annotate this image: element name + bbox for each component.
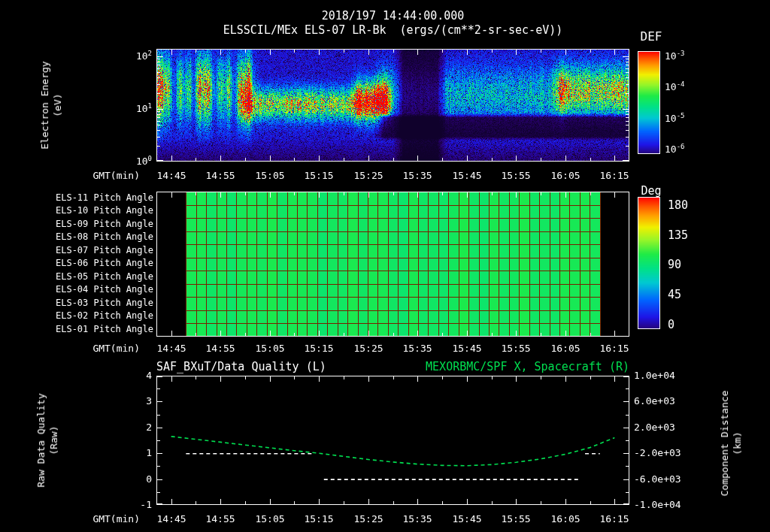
distance-axis-label: Component Distance (km) bbox=[718, 391, 744, 497]
quality-axis-label-line2: (Raw) bbox=[47, 393, 60, 487]
pitch-row-label: ELS-08 Pitch Angle bbox=[42, 231, 153, 242]
pitch-row-label: ELS-03 Pitch Angle bbox=[42, 298, 153, 308]
energy-axis-tick: 100 bbox=[117, 155, 152, 167]
distance-axis-label-line2: (km) bbox=[731, 391, 744, 497]
energy-axis-tick: 101 bbox=[117, 102, 152, 114]
def-colorbar-tick: 10-5 bbox=[665, 112, 685, 124]
time-tick: 16:05 bbox=[550, 343, 580, 354]
time-tick: 14:45 bbox=[156, 170, 186, 181]
deg-colorbar-tick: 0 bbox=[668, 318, 675, 331]
tick-base: 10 bbox=[665, 113, 677, 124]
deg-colorbar-tick: 135 bbox=[668, 228, 688, 242]
time-tick: 15:05 bbox=[255, 343, 284, 354]
spectrogram-canvas bbox=[156, 49, 629, 162]
quality-axis-tick: 3 bbox=[125, 395, 152, 407]
distance-axis-tick: -6.0e+03 bbox=[634, 473, 681, 485]
time-tick: 15:15 bbox=[304, 343, 333, 354]
distance-axis-tick: -1.0e+04 bbox=[634, 499, 681, 510]
pitch-row-label: ELS-10 Pitch Angle bbox=[42, 205, 153, 216]
pitch-row-label: ELS-09 Pitch Angle bbox=[42, 219, 153, 229]
tick-exp: 1 bbox=[148, 102, 152, 110]
energy-axis-tick: 102 bbox=[117, 50, 152, 62]
time-tick: 14:55 bbox=[205, 343, 235, 354]
quality-axis-tick: 4 bbox=[125, 370, 152, 381]
time-tick: 15:15 bbox=[304, 513, 333, 524]
plot-title: ELSSCIL/MEx ELS-07 LR-Bk (ergs/(cm**2-sr… bbox=[156, 23, 629, 37]
time-tick: 15:45 bbox=[452, 170, 481, 181]
tick-exp: -6 bbox=[677, 143, 685, 150]
def-colorbar-tick: 10-3 bbox=[665, 50, 685, 62]
time-tick: 14:55 bbox=[205, 513, 235, 524]
tick-base: 10 bbox=[136, 103, 148, 114]
distance-axis-tick: 2.0e+03 bbox=[634, 422, 675, 433]
gmt-axis-label-bottom: GMT(min) bbox=[74, 513, 140, 524]
time-tick: 15:25 bbox=[353, 170, 383, 181]
tick-exp: -3 bbox=[677, 50, 685, 57]
tick-base: 10 bbox=[665, 144, 677, 155]
def-colorbar-tick: 10-4 bbox=[665, 80, 685, 92]
pitch-row-label: ELS-06 Pitch Angle bbox=[42, 258, 153, 268]
time-tick: 15:25 bbox=[353, 513, 383, 524]
time-tick: 15:05 bbox=[255, 513, 284, 524]
time-tick: 16:05 bbox=[550, 513, 580, 524]
quality-axis-label-line1: Raw Data Quality bbox=[35, 393, 47, 487]
deg-colorbar-tick: 90 bbox=[668, 258, 681, 271]
quality-axis-tick: 2 bbox=[125, 422, 152, 433]
tick-exp: 2 bbox=[148, 50, 152, 57]
time-tick: 15:35 bbox=[402, 343, 432, 354]
tick-base: 10 bbox=[665, 50, 677, 62]
gmt-axis-label-spec: GMT(min) bbox=[74, 170, 140, 181]
deg-colorbar bbox=[638, 197, 660, 329]
pitch-row-label: ELS-04 Pitch Angle bbox=[42, 284, 153, 295]
deg-colorbar-tick: 45 bbox=[668, 288, 681, 301]
quality-axis-tick: 1 bbox=[125, 447, 152, 458]
distance-axis-tick: -2.0e+03 bbox=[634, 447, 681, 458]
time-tick: 16:15 bbox=[599, 343, 629, 354]
line-plot-canvas bbox=[156, 376, 629, 505]
time-tick: 16:05 bbox=[550, 170, 580, 181]
pitch-row-label: ELS-05 Pitch Angle bbox=[42, 271, 153, 282]
pitch-angle-canvas bbox=[156, 192, 629, 337]
quality-axis-tick: -1 bbox=[125, 499, 152, 510]
gmt-axis-label-pitch: GMT(min) bbox=[74, 343, 140, 354]
pitch-row-label: ELS-07 Pitch Angle bbox=[42, 245, 153, 255]
time-tick: 15:45 bbox=[452, 513, 481, 524]
tick-base: 10 bbox=[665, 81, 677, 92]
tick-base: 10 bbox=[136, 156, 148, 167]
time-tick: 15:55 bbox=[501, 513, 530, 524]
distance-axis-tick: 6.0e+03 bbox=[634, 395, 675, 407]
plot-screen: 2018/197 14:44:00.000 ELSSCIL/MEx ELS-07… bbox=[0, 0, 770, 532]
time-tick: 15:35 bbox=[402, 513, 432, 524]
distance-axis-tick: 1.0e+04 bbox=[634, 370, 675, 381]
time-tick: 15:25 bbox=[353, 343, 383, 354]
time-tick: 15:55 bbox=[501, 170, 530, 181]
deg-colorbar-tick: 180 bbox=[668, 198, 688, 212]
def-colorbar-tick: 10-6 bbox=[665, 143, 685, 155]
energy-axis-label-line1: Electron Energy bbox=[38, 61, 51, 149]
pitch-row-label: ELS-02 Pitch Angle bbox=[42, 310, 153, 321]
time-tick: 14:45 bbox=[156, 513, 186, 524]
tick-base: 10 bbox=[136, 50, 148, 62]
left-series-title: SAF_BXuT/Data Quality (L) bbox=[156, 360, 326, 373]
time-tick: 15:15 bbox=[304, 170, 333, 181]
time-tick: 15:55 bbox=[501, 343, 530, 354]
time-tick: 15:45 bbox=[452, 343, 481, 354]
time-tick: 15:35 bbox=[402, 170, 432, 181]
quality-axis-label: Raw Data Quality (Raw) bbox=[35, 393, 60, 487]
distance-axis-label-line1: Component Distance bbox=[718, 391, 731, 497]
pitch-row-label: ELS-01 Pitch Angle bbox=[42, 324, 153, 334]
pitch-row-label: ELS-11 Pitch Angle bbox=[42, 192, 153, 203]
quality-axis-tick: 0 bbox=[125, 473, 152, 485]
deg-colorbar-title: Deg bbox=[635, 184, 668, 198]
def-colorbar bbox=[638, 51, 660, 154]
tick-exp: -5 bbox=[677, 112, 685, 119]
right-series-title: MEXORBMC/SPF X, Spacecraft (R) bbox=[426, 360, 629, 373]
time-tick: 14:45 bbox=[156, 343, 186, 354]
datetime-title: 2018/197 14:44:00.000 bbox=[156, 9, 629, 23]
tick-exp: 0 bbox=[148, 155, 152, 162]
tick-exp: -4 bbox=[677, 80, 685, 88]
time-tick: 16:15 bbox=[599, 513, 629, 524]
bottom-titles: SAF_BXuT/Data Quality (L) MEXORBMC/SPF X… bbox=[156, 360, 629, 373]
time-tick: 15:05 bbox=[255, 170, 284, 181]
def-colorbar-title: DEF bbox=[635, 29, 668, 44]
